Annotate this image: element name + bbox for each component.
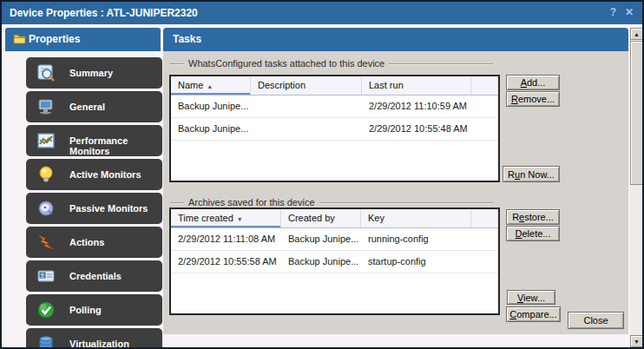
sidebar-item-label: Performance Monitors [69, 135, 162, 156]
properties-header-label: Properties [29, 33, 80, 45]
delete-button[interactable]: Delete... [506, 226, 560, 241]
window-title: Device Properties : ATL-JUNIPER2320 [10, 7, 198, 19]
sidebar-item-label: Active Monitors [69, 169, 141, 180]
restore-button[interactable]: Restore... [506, 209, 560, 225]
remove-button[interactable]: Remove... [506, 91, 560, 107]
add-button[interactable]: Add... [506, 75, 560, 90]
archives-group: Archives saved for this device [170, 202, 493, 204]
title-bar: Device Properties : ATL-JUNIPER2320 ? ✕ [2, 2, 642, 24]
scroll-down-icon[interactable]: ▼ [630, 335, 643, 347]
credentials-icon [36, 267, 56, 286]
actions-icon [36, 233, 56, 252]
device-properties-dialog: Device Properties : ATL-JUNIPER2320 ? ✕ … [0, 0, 644, 349]
archives-table-header: Time created▼ Created by Key [171, 209, 498, 228]
sidebar-item-label: Actions [69, 237, 104, 247]
table-row[interactable]: 2/29/2012 10:55:58 AM Backup Junipe... s… [171, 251, 498, 273]
sidebar-item-summary[interactable]: Summary [26, 57, 162, 89]
sidebar-item-label: Passive Monitors [69, 203, 148, 214]
sidebar-item-polling[interactable]: Polling [26, 294, 162, 326]
tasks-group: WhatsConfigured tasks attached to this d… [170, 63, 493, 65]
general-icon [36, 97, 56, 116]
sidebar-item-credentials[interactable]: Credentials [26, 260, 162, 292]
sidebar-item-passive-monitors[interactable]: Passive Monitors [26, 193, 162, 224]
virtualization-icon [36, 334, 56, 349]
help-icon[interactable]: ? [610, 6, 616, 18]
passive-monitor-icon [36, 199, 56, 218]
scroll-up-icon[interactable]: ▲ [630, 28, 643, 40]
sidebar-item-label: Summary [69, 68, 113, 78]
sort-asc-icon: ▲ [207, 83, 213, 89]
tasks-panel-header: Tasks [163, 28, 628, 51]
column-header-created-by[interactable]: Created by [281, 209, 361, 227]
vertical-scrollbar[interactable]: ▲ ▼ [630, 28, 643, 347]
scrollbar-thumb[interactable] [630, 41, 643, 185]
archives-table: Time created▼ Created by Key 2/29/2012 1… [169, 207, 500, 315]
run-now-button[interactable]: Run Now... [503, 166, 560, 182]
archives-group-legend: Archives saved for this device [184, 197, 319, 207]
sidebar-item-label: Polling [69, 305, 102, 315]
table-row[interactable]: 2/29/2012 11:11:08 AM Backup Junipe... r… [171, 228, 498, 251]
sidebar-item-actions[interactable]: Actions [26, 227, 162, 258]
performance-icon [36, 131, 56, 150]
active-monitor-icon [36, 165, 56, 184]
sidebar-item-active-monitors[interactable]: Active Monitors [26, 159, 162, 190]
column-header-time-created[interactable]: Time created▼ [171, 209, 281, 227]
tasks-table: Name▲ Description Last run Backup Junipe… [169, 75, 500, 182]
view-button[interactable]: View... [507, 290, 555, 305]
close-icon[interactable]: ✕ [625, 6, 634, 18]
sidebar-item-general[interactable]: General [26, 91, 162, 122]
polling-icon [36, 300, 56, 319]
table-row[interactable]: Backup Junipe... 2/29/2012 10:55:48 AM [171, 118, 498, 141]
sort-desc-icon: ▼ [237, 216, 243, 222]
sidebar-item-label: Virtualization [69, 339, 129, 349]
column-header-name[interactable]: Name▲ [171, 76, 251, 95]
sidebar-item-label: General [69, 102, 105, 112]
sidebar-item-performance-monitors[interactable]: Performance Monitors [26, 125, 162, 156]
column-header-empty [471, 76, 498, 95]
tasks-group-legend: WhatsConfigured tasks attached to this d… [184, 58, 389, 69]
tasks-table-header: Name▲ Description Last run [171, 76, 498, 95]
column-header-last-run[interactable]: Last run [362, 76, 471, 95]
table-row[interactable]: Backup Junipe... 2/29/2012 11:10:59 AM [171, 95, 498, 118]
column-header-empty [471, 209, 498, 227]
folder-icon [13, 34, 26, 44]
sidebar-item-label: Credentials [69, 271, 122, 281]
column-header-description[interactable]: Description [251, 76, 362, 95]
summary-icon [36, 63, 56, 82]
sidebar-item-virtualization[interactable]: Virtualization [26, 328, 162, 349]
close-button[interactable]: Close [568, 312, 624, 329]
compare-button[interactable]: Compare... [506, 306, 561, 322]
column-header-key[interactable]: Key [361, 209, 471, 227]
properties-header: Properties [5, 28, 161, 51]
